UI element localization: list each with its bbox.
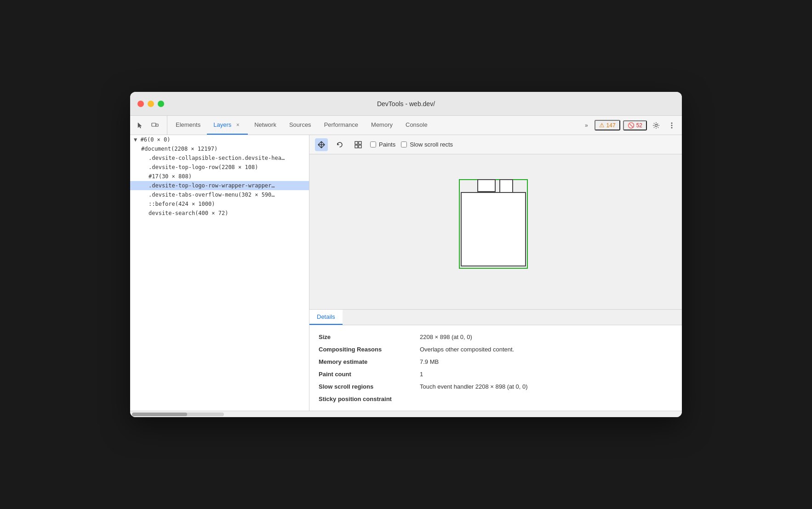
detail-row-size: Size 2208 × 898 (at 0, 0) bbox=[319, 331, 673, 343]
layer-tree-panel: ▼ #6(0 × 0) #document(2208 × 12197) .dev… bbox=[130, 135, 309, 411]
detail-label-sticky: Sticky position constraint bbox=[319, 396, 420, 402]
maximize-button[interactable] bbox=[158, 101, 164, 107]
detail-value-size: 2208 × 898 (at 0, 0) bbox=[420, 334, 472, 340]
detail-row-memory: Memory estimate 7.9 MB bbox=[319, 356, 673, 368]
warning-icon: ⚠ bbox=[599, 122, 605, 129]
horizontal-scrollbar[interactable] bbox=[130, 411, 682, 417]
tree-arrow: ▼ bbox=[134, 136, 137, 143]
tab-details[interactable]: Details bbox=[309, 310, 343, 325]
layer-item-top-logo-row[interactable]: .devsite-top-logo-row(2208 × 108) bbox=[130, 163, 309, 172]
paints-checkbox[interactable] bbox=[370, 141, 376, 147]
detail-value-compositing: Overlaps other composited content. bbox=[420, 346, 514, 353]
tab-memory[interactable]: Memory bbox=[365, 116, 399, 135]
device-tool-button[interactable] bbox=[149, 119, 161, 132]
tab-overflow-button[interactable]: » bbox=[581, 122, 592, 129]
svg-rect-7 bbox=[359, 141, 361, 144]
close-button[interactable] bbox=[137, 101, 144, 107]
layer-preview bbox=[459, 179, 532, 285]
cursor-icon bbox=[137, 122, 144, 129]
detail-row-sticky: Sticky position constraint bbox=[319, 393, 673, 405]
canvas-toolbar: Paints Slow scroll rects bbox=[309, 135, 682, 154]
detail-value-paint-count: 1 bbox=[420, 371, 423, 378]
scrollbar-thumb[interactable] bbox=[132, 413, 187, 416]
svg-rect-6 bbox=[355, 141, 358, 144]
more-options-button[interactable] bbox=[665, 119, 678, 132]
rotate-icon bbox=[336, 141, 344, 149]
tab-elements[interactable]: Elements bbox=[169, 116, 207, 135]
toolbar-icons bbox=[134, 116, 167, 135]
detail-label-compositing: Compositing Reasons bbox=[319, 346, 420, 353]
error-count: 52 bbox=[636, 122, 642, 129]
window-title: DevTools - web.dev/ bbox=[377, 100, 435, 107]
detail-row-paint-count: Paint count 1 bbox=[319, 368, 673, 380]
scrollbar-track bbox=[132, 413, 224, 416]
layer-item-root[interactable]: ▼ #6(0 × 0) bbox=[130, 135, 309, 144]
paints-checkbox-group[interactable]: Paints bbox=[370, 141, 395, 148]
gear-icon bbox=[652, 122, 660, 129]
tab-sources[interactable]: Sources bbox=[283, 116, 318, 135]
right-panel: Paints Slow scroll rects bbox=[309, 135, 682, 411]
slow-scroll-label[interactable]: Slow scroll rects bbox=[410, 141, 453, 148]
details-tabs: Details bbox=[309, 310, 682, 325]
detail-label-memory: Memory estimate bbox=[319, 358, 420, 365]
settings-button[interactable] bbox=[650, 119, 663, 132]
reset-icon bbox=[354, 141, 362, 149]
main-content: ▼ #6(0 × 0) #document(2208 × 12197) .dev… bbox=[130, 135, 682, 411]
svg-rect-1 bbox=[156, 124, 158, 126]
tab-console[interactable]: Console bbox=[399, 116, 434, 135]
titlebar: DevTools - web.dev/ bbox=[130, 92, 682, 116]
tab-bar: Elements Layers × Network Sources Perfor… bbox=[169, 116, 578, 135]
detail-row-compositing: Compositing Reasons Overlaps other compo… bbox=[319, 343, 673, 356]
layer-item-document[interactable]: #document(2208 × 12197) bbox=[130, 144, 309, 153]
warning-count: 147 bbox=[606, 122, 616, 129]
detail-label-size: Size bbox=[319, 334, 420, 340]
tab-layers-close[interactable]: × bbox=[234, 121, 241, 129]
window-controls bbox=[137, 101, 164, 107]
slow-scroll-checkbox-group[interactable]: Slow scroll rects bbox=[401, 141, 453, 148]
pan-icon bbox=[317, 141, 326, 149]
slow-scroll-checkbox[interactable] bbox=[401, 141, 407, 147]
svg-rect-9 bbox=[359, 145, 361, 148]
svg-rect-0 bbox=[152, 123, 156, 126]
layer-small-box1 bbox=[477, 179, 496, 192]
tab-performance[interactable]: Performance bbox=[318, 116, 365, 135]
layer-main-box bbox=[461, 192, 526, 266]
select-tool-button[interactable] bbox=[134, 119, 147, 132]
layer-item-search[interactable]: devsite-search(400 × 72) bbox=[130, 209, 309, 218]
layer-item-tabs-overflow[interactable]: .devsite-tabs-overflow-menu(302 × 590… bbox=[130, 190, 309, 199]
details-panel: Details Size 2208 × 898 (at 0, 0) Compos… bbox=[309, 309, 682, 411]
layer-canvas bbox=[309, 154, 682, 309]
svg-point-3 bbox=[671, 122, 673, 124]
tab-layers[interactable]: Layers × bbox=[207, 116, 248, 135]
detail-value-slow-scroll: Touch event handler 2208 × 898 (at 0, 0) bbox=[420, 383, 528, 390]
detail-label-paint-count: Paint count bbox=[319, 371, 420, 378]
svg-rect-8 bbox=[355, 145, 358, 148]
warning-badge[interactable]: ⚠ 147 bbox=[595, 120, 620, 130]
svg-point-4 bbox=[671, 124, 673, 126]
devtools-window: DevTools - web.dev/ Elements Layers bbox=[130, 92, 682, 417]
pan-tool-button[interactable] bbox=[315, 138, 328, 151]
error-badge[interactable]: 🚫 52 bbox=[623, 120, 647, 130]
layer-item-before[interactable]: ::before(424 × 1000) bbox=[130, 199, 309, 209]
paints-label[interactable]: Paints bbox=[379, 141, 395, 148]
device-icon bbox=[151, 122, 159, 129]
error-icon: 🚫 bbox=[628, 122, 635, 129]
svg-point-5 bbox=[671, 127, 673, 128]
toolbar-right: » ⚠ 147 🚫 52 bbox=[578, 116, 678, 135]
layer-item-hash17[interactable]: #17(30 × 808) bbox=[130, 172, 309, 181]
layer-item-wrapper[interactable]: .devsite-top-logo-row-wrapper-wrapper… bbox=[130, 181, 309, 190]
rotate-tool-button[interactable] bbox=[333, 138, 346, 151]
detail-row-slow-scroll: Slow scroll regions Touch event handler … bbox=[319, 380, 673, 393]
more-dots-icon bbox=[671, 122, 673, 129]
detail-value-memory: 7.9 MB bbox=[420, 358, 439, 365]
details-content: Size 2208 × 898 (at 0, 0) Compositing Re… bbox=[309, 325, 682, 411]
minimize-button[interactable] bbox=[148, 101, 154, 107]
reset-tool-button[interactable] bbox=[352, 138, 365, 151]
toolbar: Elements Layers × Network Sources Perfor… bbox=[130, 116, 682, 135]
layer-item-collapsible[interactable]: .devsite-collapsible-section.devsite-hea… bbox=[130, 153, 309, 163]
detail-label-slow-scroll: Slow scroll regions bbox=[319, 383, 420, 390]
svg-point-2 bbox=[655, 124, 658, 126]
tab-network[interactable]: Network bbox=[248, 116, 283, 135]
